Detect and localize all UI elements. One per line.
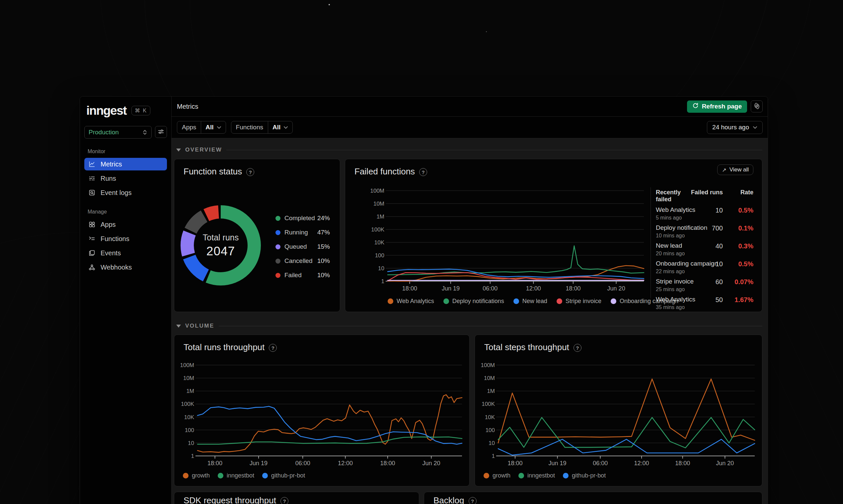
functions-filter[interactable]: Functions All (231, 121, 293, 133)
legend-label: inngestbot (227, 472, 254, 479)
legend-item: Cancelled10% (275, 256, 330, 266)
legend-dot (388, 299, 393, 304)
command-k-shortcut[interactable]: ⌘ K (132, 106, 150, 115)
functions-icon (88, 235, 96, 242)
svg-text:10K: 10K (485, 414, 495, 420)
legend-item: inngestbot (218, 472, 254, 479)
table-row[interactable]: Web Analytics5 mins ago 10 0.5% (656, 206, 753, 224)
legend-value: 10% (317, 257, 330, 265)
time-range-select[interactable]: 24 hours ago (707, 121, 763, 134)
main-area: Metrics Refresh page Apps A (172, 96, 768, 504)
svg-text:Jun 19: Jun 19 (442, 285, 460, 292)
help-icon[interactable]: ? (280, 497, 288, 504)
table-row[interactable]: Stripe invoice25 mins ago 60 0.07% (656, 278, 753, 296)
legend-label: github-pr-bot (271, 472, 305, 479)
legend-item: Running47% (275, 228, 330, 237)
sidebar-item-events[interactable]: Events (84, 247, 167, 259)
total-steps-throughput-card: Total steps throughput ? 100M10M1M100K10… (475, 335, 762, 486)
table-row[interactable]: Deploy notification10 mins ago 700 0.1% (656, 224, 753, 242)
help-icon[interactable]: ? (269, 344, 277, 352)
function-status-donut: Total runs 2047 (180, 205, 261, 286)
svg-text:100K: 100K (482, 401, 495, 407)
overview-section-header[interactable]: OVERVIEW (175, 146, 762, 154)
volume-section-header[interactable]: VOLUME (175, 322, 762, 330)
legend-dot (611, 299, 616, 304)
page-title: Metrics (177, 103, 198, 110)
gear-icon (753, 103, 760, 110)
help-icon[interactable]: ? (419, 168, 427, 176)
sidebar-item-metrics[interactable]: Metrics (84, 158, 167, 170)
svg-text:12:00: 12:00 (634, 460, 649, 467)
refresh-label: Refresh page (702, 103, 742, 110)
environment-select[interactable]: Production (84, 126, 152, 139)
help-icon[interactable]: ? (469, 497, 477, 504)
total-runs-throughput-card: Total runs throughput ? 100M10M1M100K10K… (174, 335, 470, 486)
legend-value: 47% (317, 229, 330, 236)
events-icon (88, 249, 96, 257)
donut-center-value: 2047 (206, 245, 235, 258)
legend-label: New lead (522, 298, 547, 305)
legend-item: Deploy notifications (443, 298, 504, 305)
help-icon[interactable]: ? (573, 344, 582, 352)
collapse-chevron-icon (176, 148, 181, 151)
sidebar-item-label: Metrics (101, 161, 122, 168)
view-all-button[interactable]: ↗ View all (717, 164, 753, 175)
total-runs-chart: 100M10M1M100K10K10010118:00Jun 1906:0012… (177, 361, 465, 471)
card-title: Total steps throughput (484, 342, 569, 353)
svg-text:10K: 10K (184, 414, 194, 420)
refresh-page-button[interactable]: Refresh page (687, 101, 747, 113)
table-row[interactable]: Onboarding campaign22 mins ago 10 0.5% (656, 260, 753, 278)
svg-text:100M: 100M (370, 188, 384, 194)
table-row[interactable]: Web Analytics35 mins ago 50 1.67% (656, 296, 753, 312)
svg-text:10M: 10M (484, 375, 495, 381)
settings-button[interactable] (751, 101, 763, 112)
svg-text:18:00: 18:00 (675, 460, 690, 467)
svg-text:1: 1 (381, 278, 384, 285)
svg-text:12:00: 12:00 (526, 285, 541, 292)
sidebar-item-runs[interactable]: Runs (84, 172, 167, 185)
card-title: SDK request throughput (184, 496, 276, 504)
sidebar-item-event-logs[interactable]: Event logs (84, 186, 167, 199)
sidebar-item-apps[interactable]: Apps (84, 218, 167, 231)
failed-functions-chart-legend: Web Analytics Deploy notifications New l… (388, 298, 678, 305)
legend-label: Queued (285, 243, 317, 250)
table-header-runs: Failed runs (686, 189, 723, 203)
svg-text:10M: 10M (373, 201, 384, 207)
apps-filter[interactable]: Apps All (177, 121, 226, 133)
legend-dot (556, 299, 562, 304)
inngest-logo: inngest (86, 105, 126, 117)
legend-value: 24% (317, 215, 330, 222)
legend-dot (275, 216, 280, 221)
recently-failed-table: Recently failed Failed runs Rate Web Ana… (656, 189, 753, 312)
svg-text:10: 10 (188, 440, 194, 446)
external-arrow-icon: ↗ (722, 167, 726, 173)
card-title: Failed functions (355, 166, 415, 177)
donut-center-label: Total runs (203, 233, 239, 242)
table-header-rate: Rate (723, 189, 753, 203)
legend-label: Cancelled (285, 257, 317, 265)
legend-item: Web Analytics (388, 298, 434, 305)
svg-text:1M: 1M (186, 388, 194, 394)
svg-text:06:00: 06:00 (295, 460, 310, 467)
sidebar-item-webhooks[interactable]: Webhooks (84, 261, 167, 273)
card-title: Function status (184, 166, 242, 177)
svg-text:100: 100 (485, 427, 495, 433)
table-row[interactable]: New lead20 mins ago 40 0.3% (656, 242, 753, 260)
sidebar-item-label: Event logs (101, 189, 132, 197)
help-icon[interactable]: ? (246, 168, 254, 176)
legend-label: Completed (285, 215, 317, 222)
legend-value: 15% (317, 243, 330, 250)
svg-text:100K: 100K (181, 401, 194, 407)
card-title: Backlog (433, 496, 464, 504)
legend-dot (218, 473, 223, 479)
legend-dot (513, 299, 519, 304)
svg-text:06:00: 06:00 (593, 460, 608, 467)
apps-filter-label: Apps (177, 121, 201, 133)
sidebar-item-label: Events (101, 249, 121, 257)
environment-filter-button[interactable] (155, 126, 167, 138)
apps-filter-value: All (205, 124, 213, 131)
sidebar-item-functions[interactable]: Functions (84, 232, 167, 245)
svg-text:18:00: 18:00 (207, 460, 222, 467)
legend-item: Queued15% (275, 242, 330, 252)
app-window: inngest ⌘ K Production Monitor (80, 96, 768, 504)
